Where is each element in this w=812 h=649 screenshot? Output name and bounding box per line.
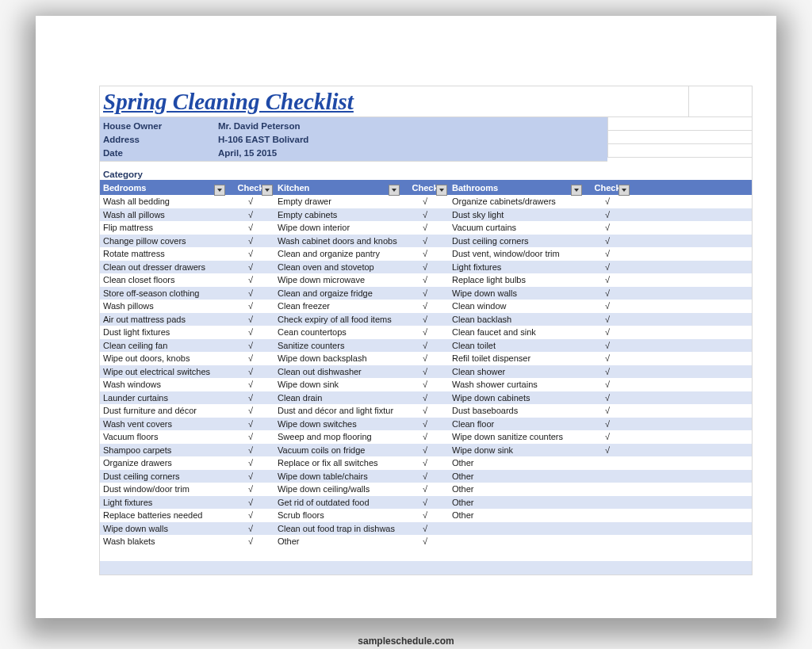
table-body: Wash all bedding√Empty drawer√Organize c… xyxy=(100,195,752,548)
check-mark: √ xyxy=(227,510,274,520)
check-mark: √ xyxy=(401,197,449,206)
empty-cell xyxy=(688,86,752,117)
table-row: Dust furniture and décor√Dust and décor … xyxy=(100,404,752,418)
bathroom-task: Light fixtures xyxy=(449,262,584,272)
header-bathrooms[interactable]: Bathrooms xyxy=(449,183,584,193)
table-row: Wash blakets√Other√ xyxy=(100,535,752,548)
check-mark: √ xyxy=(584,197,631,206)
table-row: Air out mattress pads√Check expiry of al… xyxy=(100,313,752,326)
check-mark: √ xyxy=(584,327,631,337)
check-mark: √ xyxy=(227,406,274,415)
date-label: Date xyxy=(103,148,218,158)
table-row: Wash all pillows√Empty cabinets√Dust sky… xyxy=(100,208,752,222)
info-panel: House OwnerMr. David Peterson AddressH-1… xyxy=(100,117,607,161)
address-label: Address xyxy=(103,135,218,144)
check-mark: √ xyxy=(584,353,631,363)
check-mark: √ xyxy=(401,458,449,468)
bathroom-task: Clean faucet and sink xyxy=(449,327,584,337)
check-mark: √ xyxy=(401,432,449,441)
check-mark: √ xyxy=(227,484,274,494)
bathroom-task: Dust ceiling corners xyxy=(449,236,584,246)
bedroom-task: Clean ceiling fan xyxy=(100,341,227,350)
bathroom-task: Wipe down sanitize counters xyxy=(449,432,584,441)
check-mark: √ xyxy=(227,353,274,363)
kitchen-task: Wash cabinet doors and knobs xyxy=(274,236,401,246)
table-row: Wipe out electrical switches√Clean out d… xyxy=(100,365,752,379)
check-mark: √ xyxy=(227,367,274,376)
header-kitchen[interactable]: Kitchen xyxy=(274,183,401,193)
bedroom-task: Clean closet floors xyxy=(100,275,227,284)
check-mark: √ xyxy=(227,288,274,298)
bedroom-task: Dust window/door trim xyxy=(100,484,227,494)
kitchen-task: Clean oven and stovetop xyxy=(274,262,401,272)
check-mark: √ xyxy=(401,380,449,389)
kitchen-task: Clean out food trap in dishwas xyxy=(274,524,401,533)
bathroom-task: Wipe down walls xyxy=(449,288,584,298)
check-mark: √ xyxy=(401,406,449,415)
bathroom-task: Other xyxy=(449,458,584,468)
check-mark: √ xyxy=(401,510,449,520)
check-mark: √ xyxy=(227,471,274,481)
bedroom-task: Dust light fixtures xyxy=(100,327,227,337)
check-mark: √ xyxy=(401,341,449,350)
check-mark: √ xyxy=(584,275,631,284)
check-mark: √ xyxy=(227,236,274,246)
bathroom-task: Clean toilet xyxy=(449,341,584,350)
check-mark: √ xyxy=(401,288,449,298)
header-check-3[interactable]: Check xyxy=(584,183,631,193)
bedroom-task: Launder curtains xyxy=(100,393,227,403)
kitchen-task: Wipe down interior xyxy=(274,223,401,232)
check-mark: √ xyxy=(584,262,631,272)
bedroom-task: Wipe out doors, knobs xyxy=(100,353,227,363)
table-row-empty xyxy=(100,561,752,575)
bedroom-task: Wash windows xyxy=(100,380,227,389)
bathroom-task: Wash shower curtains xyxy=(449,380,584,389)
check-mark: √ xyxy=(584,419,631,429)
bedroom-task: Dust furniture and décor xyxy=(100,406,227,415)
header-check-2[interactable]: Check xyxy=(401,183,449,193)
kitchen-task: Clean and orgaize fridge xyxy=(274,288,401,298)
address-value: H-106 EAST Bolivard xyxy=(218,135,308,144)
check-mark: √ xyxy=(227,445,274,455)
filter-dropdown-icon[interactable] xyxy=(214,185,225,196)
bathroom-task: Vacuum curtains xyxy=(449,223,584,232)
table-row: Wipe out doors, knobs√Wipe down backspla… xyxy=(100,352,752,365)
table-row: Clean out dresser drawers√Clean oven and… xyxy=(100,261,752,274)
kitchen-task: Other xyxy=(274,536,401,546)
table-row: Shampoo carpets√Vacuum coils on fridge√W… xyxy=(100,444,752,457)
bathroom-task: Wipe down cabinets xyxy=(449,393,584,403)
header-bedrooms[interactable]: Bedrooms xyxy=(100,183,227,193)
filter-dropdown-icon[interactable] xyxy=(436,185,447,196)
bathroom-task: Other xyxy=(449,510,584,520)
check-mark: √ xyxy=(584,341,631,350)
title-spacer xyxy=(485,86,688,117)
kitchen-task: Dust and décor and light fixtur xyxy=(274,406,401,415)
bathroom-task: Other xyxy=(449,471,584,481)
kitchen-task: Get rid of outdated food xyxy=(274,498,401,507)
table-row: Organize drawers√Replace or fix all swit… xyxy=(100,456,752,470)
bedroom-task: Wash all pillows xyxy=(100,210,227,220)
header-check-1[interactable]: Check xyxy=(227,183,274,193)
table-row: Dust ceiling corners√Wipe down table/cha… xyxy=(100,470,752,483)
check-mark: √ xyxy=(401,498,449,507)
footer-attribution: sampleschedule.com xyxy=(0,636,812,647)
check-mark: √ xyxy=(227,341,274,350)
bedroom-task: Wash pillows xyxy=(100,301,227,311)
filter-dropdown-icon[interactable] xyxy=(571,185,582,196)
filter-dropdown-icon[interactable] xyxy=(619,185,630,196)
bathroom-task: Dust baseboards xyxy=(449,406,584,415)
check-mark: √ xyxy=(584,406,631,415)
kitchen-task: Check expiry of all food items xyxy=(274,315,401,324)
table-row: Vacuum floors√Sweep and mop flooring√Wip… xyxy=(100,430,752,444)
filter-dropdown-icon[interactable] xyxy=(262,185,273,196)
table-row: Launder curtains√Clean drain√Wipe down c… xyxy=(100,391,752,405)
bedroom-task: Store off-season clothing xyxy=(100,288,227,298)
check-mark: √ xyxy=(227,249,274,258)
document-page: Spring Cleaning Checklist House OwnerMr.… xyxy=(36,16,776,618)
check-mark: √ xyxy=(227,393,274,403)
bedroom-task: Wipe out electrical switches xyxy=(100,367,227,376)
check-mark: √ xyxy=(584,432,631,441)
filter-dropdown-icon[interactable] xyxy=(389,185,400,196)
check-mark: √ xyxy=(584,288,631,298)
date-value: April, 15 2015 xyxy=(218,148,277,158)
